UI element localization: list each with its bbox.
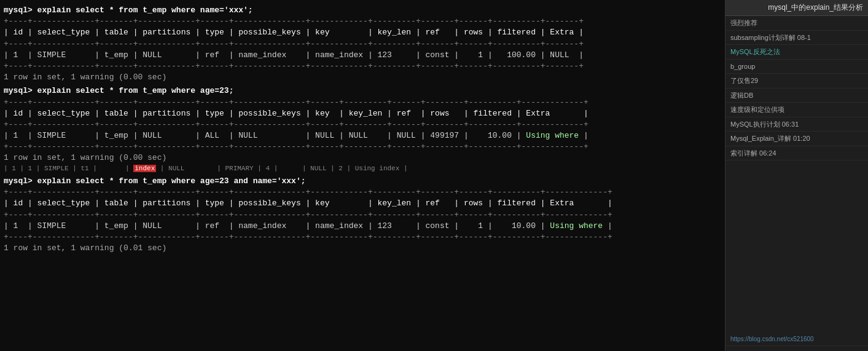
sidebar-title: mysql_中的explain_结果分析 [725, 0, 868, 16]
command-block-2: mysql> explain select * from t_emp where… [4, 85, 721, 164]
sub-row: | 1 | 1 | SIMPLE | t1 | | index | NULL |… [4, 164, 721, 173]
sep3-3: +----+-------------+-------+------------… [4, 232, 721, 243]
sep2-3: +----+-------------+-------+------------… [4, 210, 721, 221]
sep3-1: +----+-------------+-------+------------… [4, 61, 721, 72]
command-1: mysql> explain select * from t_emp where… [4, 5, 721, 16]
data-1: | 1 | SIMPLE | t_emp | NULL | ref | name… [4, 50, 721, 61]
data-3: | 1 | SIMPLE | t_emp | NULL | ref | name… [4, 221, 721, 232]
sidebar-item-3[interactable]: b_group [725, 60, 868, 74]
sidebar-item-9[interactable]: 索引详解 06:24 [725, 146, 868, 161]
result-1: 1 row in set, 1 warning (0.00 sec) [4, 72, 721, 83]
result-3: 1 row in set, 1 warning (0.01 sec) [4, 243, 721, 254]
command-block-1: mysql> explain select * from t_emp where… [4, 5, 721, 83]
sidebar-item-6[interactable]: 速度级和定位供项 [725, 103, 868, 117]
sidebar-item-0[interactable]: 强烈推荐 [725, 16, 868, 31]
sep2-2: +----+-------------+-------+------------… [4, 119, 721, 130]
header-1: | id | select_type | table | partitions … [4, 27, 721, 38]
command-3: mysql> explain select * from t_emp where… [4, 176, 721, 187]
command-2: mysql> explain select * from t_emp where… [4, 85, 721, 97]
sep1-3: +----+-------------+-------+------------… [4, 187, 721, 198]
main-container: mysql> explain select * from t_emp where… [0, 0, 868, 351]
sidebar-item-2[interactable]: MySQL反死之法 [725, 45, 868, 60]
result-2: 1 row in set, 1 warning (0.00 sec) [4, 152, 721, 164]
sidebar-item-url[interactable]: https://blog.csdn.net/cx521600 [725, 333, 868, 346]
sep3-2: +----+-------------+-------+------------… [4, 141, 721, 152]
header-3: | id | select_type | table | partitions … [4, 198, 721, 209]
sidebar-item-8[interactable]: Mysql_Explain_详解 01:20 [725, 132, 868, 146]
data-2: | 1 | SIMPLE | t_emp | NULL | ALL | NULL… [4, 130, 721, 141]
sidebar-item-5[interactable]: 逻辑DB [725, 89, 868, 103]
command-block-3: mysql> explain select * from t_emp where… [4, 176, 721, 254]
sep2-1: +----+-------------+-------+------------… [4, 39, 721, 50]
sidebar-item-7[interactable]: MySQL执行计划 06:31 [725, 117, 868, 132]
sep1-1: +----+-------------+-------+------------… [4, 16, 721, 27]
sidebar-item-4[interactable]: 了仅售29 [725, 74, 868, 89]
terminal-area: mysql> explain select * from t_emp where… [0, 0, 725, 351]
sidebar: mysql_中的explain_结果分析 强烈推荐 subsampling计划详… [725, 0, 868, 351]
header-2: | id | select_type | table | partitions … [4, 108, 721, 119]
sep1-2: +----+-------------+-------+------------… [4, 97, 721, 108]
sidebar-item-1[interactable]: subsampling计划详解 08-1 [725, 31, 868, 45]
